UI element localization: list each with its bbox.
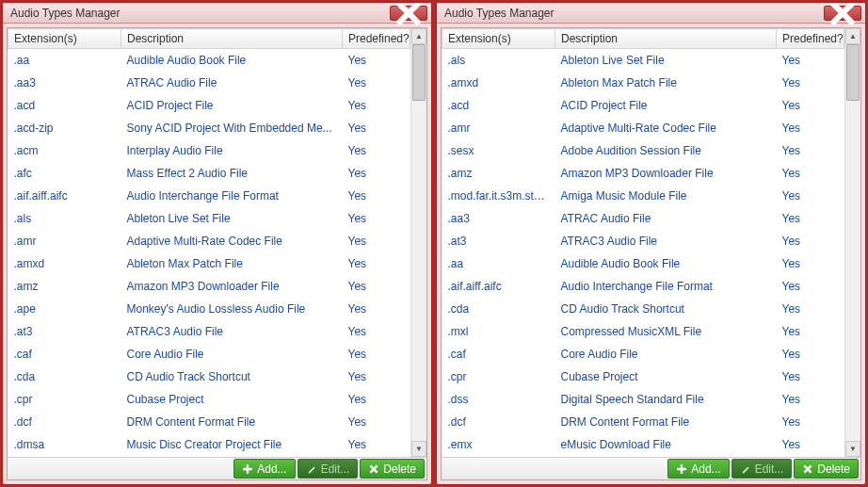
cell-pred[interactable]: Yes: [343, 162, 410, 185]
cell-desc[interactable]: Audible Audio Book File: [121, 49, 343, 73]
table-row[interactable]: .cafCore Audio FileYes: [8, 343, 410, 365]
cell-desc[interactable]: Audible Audio Book File: [555, 252, 777, 275]
cell-desc[interactable]: Compressed MusicXML File: [555, 320, 777, 343]
cell-pred[interactable]: Yes: [777, 139, 844, 162]
cell-desc[interactable]: CD Audio Track Shortcut: [555, 298, 777, 320]
cell-desc[interactable]: ATRAC3 Audio File: [555, 230, 777, 252]
cell-ext[interactable]: .sesx: [442, 139, 555, 162]
cell-ext[interactable]: .caf: [8, 343, 121, 365]
cell-desc[interactable]: Interplay Audio File: [121, 139, 343, 162]
cell-ext[interactable]: .aif.aiff.aifc: [442, 275, 555, 298]
edit-button[interactable]: Edit...: [731, 459, 793, 479]
scroll-down-arrow-icon[interactable]: ▼: [845, 441, 860, 457]
cell-desc[interactable]: Sound Editor Project File: [121, 456, 343, 457]
table-row[interactable]: .dmseSound Editor Project FileYes: [8, 456, 410, 457]
cell-ext[interactable]: .cda: [8, 365, 121, 388]
cell-pred[interactable]: Yes: [777, 411, 844, 433]
scroll-track[interactable]: [845, 44, 860, 441]
table-row[interactable]: .amxdAbleton Max Patch FileYes: [442, 72, 844, 94]
cell-pred[interactable]: Yes: [777, 49, 844, 73]
cell-ext[interactable]: .acd: [442, 94, 555, 117]
table-row[interactable]: .dcfDRM Content Format FileYes: [8, 411, 410, 433]
table-row[interactable]: .cafCore Audio FileYes: [442, 343, 844, 365]
table-row[interactable]: .aif.aiff.aifcAudio Interchange File For…: [442, 275, 844, 298]
cell-ext[interactable]: .aa3: [442, 207, 555, 230]
cell-pred[interactable]: Yes: [343, 49, 410, 73]
cell-pred[interactable]: Yes: [343, 388, 410, 411]
cell-ext[interactable]: .caf: [442, 343, 555, 365]
delete-button[interactable]: Delete: [360, 459, 425, 479]
close-button[interactable]: [824, 6, 861, 21]
cell-pred[interactable]: Yes: [777, 94, 844, 117]
cell-ext[interactable]: .emp: [442, 456, 555, 457]
cell-desc[interactable]: Sony ACID Project With Embedded Me...: [121, 117, 343, 139]
cell-desc[interactable]: Audio Interchange File Format: [121, 185, 343, 207]
edit-button[interactable]: Edit...: [297, 459, 359, 479]
cell-ext[interactable]: .amxd: [8, 252, 121, 275]
table-row[interactable]: .at3ATRAC3 Audio FileYes: [442, 230, 844, 252]
cell-desc[interactable]: Ableton Max Patch File: [555, 72, 777, 94]
table-row[interactable]: .afcMass Effect 2 Audio FileYes: [8, 162, 410, 185]
table-row[interactable]: .dssDigital Speech Standard FileYes: [442, 388, 844, 411]
table-row[interactable]: .aa3ATRAC Audio FileYes: [442, 207, 844, 230]
table-row[interactable]: .amrAdaptive Multi-Rate Codec FileYes: [442, 117, 844, 139]
table-row[interactable]: .alsAbleton Live Set FileYes: [8, 207, 410, 230]
cell-ext[interactable]: .cpr: [442, 365, 555, 388]
cell-ext[interactable]: .amz: [442, 162, 555, 185]
cell-ext[interactable]: .emx: [442, 433, 555, 456]
cell-desc[interactable]: Adaptive Multi-Rate Codec File: [121, 230, 343, 252]
cell-ext[interactable]: .aif.aiff.aifc: [8, 185, 121, 207]
vertical-scrollbar[interactable]: ▲ ▼: [844, 28, 860, 457]
cell-pred[interactable]: Yes: [777, 185, 844, 207]
cell-desc[interactable]: Amiga Music Module File: [555, 185, 777, 207]
table-row[interactable]: .aa3ATRAC Audio FileYes: [8, 72, 410, 94]
table-row[interactable]: .cprCubase ProjectYes: [8, 388, 410, 411]
table-row[interactable]: .dmsaMusic Disc Creator Project FileYes: [8, 433, 410, 456]
titlebar[interactable]: Audio Types Manager: [437, 3, 865, 24]
cell-desc[interactable]: Amazon MP3 Downloader File: [121, 275, 343, 298]
cell-ext[interactable]: .cpr: [8, 388, 121, 411]
cell-pred[interactable]: Yes: [343, 343, 410, 365]
cell-pred[interactable]: Yes: [343, 456, 410, 457]
table-row[interactable]: .amzAmazon MP3 Downloader FileYes: [8, 275, 410, 298]
cell-desc[interactable]: DRM Content Format File: [121, 411, 343, 433]
table-row[interactable]: .apeMonkey's Audio Lossless Audio FileYe…: [8, 298, 410, 320]
cell-desc[interactable]: Monkey's Audio Lossless Audio File: [121, 298, 343, 320]
table-row[interactable]: .aaAudible Audio Book FileYes: [442, 252, 844, 275]
cell-desc[interactable]: Ableton Live Set File: [555, 49, 777, 73]
cell-pred[interactable]: Yes: [777, 230, 844, 252]
cell-pred[interactable]: Yes: [343, 365, 410, 388]
cell-pred[interactable]: Yes: [777, 275, 844, 298]
cell-ext[interactable]: .aa3: [8, 72, 121, 94]
table-row[interactable]: .dcfDRM Content Format FileYes: [442, 411, 844, 433]
col-header-extensions[interactable]: Extension(s): [8, 29, 121, 49]
titlebar[interactable]: Audio Types Manager: [3, 3, 431, 24]
cell-pred[interactable]: Yes: [777, 343, 844, 365]
cell-desc[interactable]: Audio Interchange File Format: [555, 275, 777, 298]
cell-desc[interactable]: Digital Speech Standard File: [555, 388, 777, 411]
cell-desc[interactable]: ATRAC Audio File: [555, 207, 777, 230]
table-row[interactable]: .empeMusic Music Download FileYes: [442, 456, 844, 457]
cell-pred[interactable]: Yes: [777, 388, 844, 411]
cell-pred[interactable]: Yes: [777, 252, 844, 275]
cell-pred[interactable]: Yes: [343, 411, 410, 433]
cell-pred[interactable]: Yes: [777, 117, 844, 139]
col-header-description[interactable]: Description: [555, 29, 777, 49]
col-header-description[interactable]: Description: [121, 29, 343, 49]
cell-desc[interactable]: ACID Project File: [555, 94, 777, 117]
cell-desc[interactable]: ATRAC Audio File: [121, 72, 343, 94]
table-row[interactable]: .acdACID Project FileYes: [442, 94, 844, 117]
cell-pred[interactable]: Yes: [343, 433, 410, 456]
cell-pred[interactable]: Yes: [343, 185, 410, 207]
table-row[interactable]: .cprCubase ProjectYes: [442, 365, 844, 388]
cell-ext[interactable]: .ape: [8, 298, 121, 320]
cell-ext[interactable]: .dmse: [8, 456, 121, 457]
cell-desc[interactable]: Ableton Live Set File: [121, 207, 343, 230]
cell-desc[interactable]: Amazon MP3 Downloader File: [555, 162, 777, 185]
cell-desc[interactable]: ATRAC3 Audio File: [121, 320, 343, 343]
cell-ext[interactable]: .als: [8, 207, 121, 230]
cell-pred[interactable]: Yes: [343, 207, 410, 230]
cell-desc[interactable]: Mass Effect 2 Audio File: [121, 162, 343, 185]
cell-ext[interactable]: .amz: [8, 275, 121, 298]
cell-pred[interactable]: Yes: [343, 139, 410, 162]
